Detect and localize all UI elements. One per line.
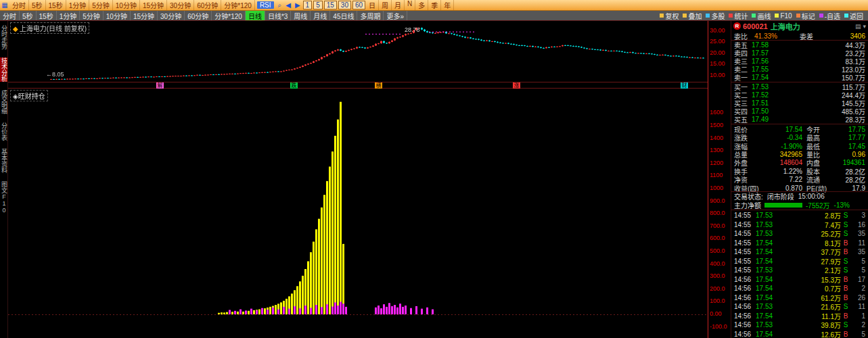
quote-header: R 600021 上海电力 ▤ ▾ (731, 21, 868, 31)
period-button-0[interactable]: 分时 (9, 0, 29, 10)
period-tab-15[interactable]: 多周期 (357, 11, 384, 20)
action-icon-2 (706, 14, 710, 18)
action-icon-7 (819, 14, 823, 18)
indicator-icon: ◈ (13, 93, 18, 100)
calendar-button-3[interactable]: N (405, 0, 415, 10)
rail-item-0[interactable]: 分时走势 (0, 25, 7, 49)
tick-price: 17.53 (756, 221, 780, 228)
rail-item-5[interactable]: 图文F10 (0, 181, 7, 214)
action-button-7[interactable]: -自选 (817, 11, 842, 20)
period-button-8[interactable]: 60分钟 (194, 0, 221, 10)
first-price-label: ←8.05 (46, 71, 64, 78)
period-tab-7[interactable]: 30分钟 (158, 11, 185, 20)
minute-button-1[interactable]: 1 (303, 1, 313, 9)
action-button-5[interactable]: F10 (773, 12, 794, 20)
action-label-1: 叠加 (688, 11, 702, 20)
action-button-3[interactable]: 统计 (727, 11, 750, 20)
period-button-6[interactable]: 15分钟 (140, 0, 167, 10)
main-axis-label-0: 30.00 (710, 28, 725, 34)
action-button-6[interactable]: 标记 (794, 11, 817, 20)
action-icon-1 (683, 14, 687, 18)
period-tab-5[interactable]: 10分钟 (104, 11, 131, 20)
minute-button-60[interactable]: 60 (352, 1, 365, 9)
panel-collapse-icon[interactable]: ▾ (863, 23, 866, 30)
next-icon[interactable]: ▶ (293, 1, 302, 9)
tick-count: 26 (850, 294, 865, 301)
calendar-button-0[interactable]: 日 (366, 0, 379, 10)
period-tab-9[interactable]: 分钟*120 (212, 11, 246, 20)
period-tab-2[interactable]: 15秒 (37, 11, 57, 20)
period-button-9[interactable]: 分钟*120 (221, 0, 255, 10)
period-button-2[interactable]: 15秒 (46, 0, 66, 10)
period-button-1[interactable]: 5秒 (29, 0, 46, 10)
calendar-button-4[interactable]: 多 (415, 0, 428, 10)
period-tab-12[interactable]: 周线 (291, 11, 311, 20)
action-button-8[interactable]: 返回 (842, 11, 865, 20)
minute-button-15[interactable]: 15 (324, 1, 337, 9)
zoom-icon[interactable]: ⌕ (276, 1, 284, 9)
tick-side: S (841, 221, 850, 228)
stat-row-0: 现价17.54今开17.75 (731, 124, 868, 132)
main-axis-label-4: 10.00 (710, 72, 725, 78)
indicator-axis-label-9: 700.0 (710, 223, 725, 229)
action-button-2[interactable]: 多股 (704, 11, 727, 20)
tick-time: 14:55 (734, 239, 756, 247)
period-tab-3[interactable]: 1分钟 (57, 11, 81, 20)
chart-marker-1[interactable]: 跌 (290, 82, 298, 89)
action-button-4[interactable]: 画线 (750, 11, 773, 20)
panel-grid-icon[interactable]: ▤ (855, 23, 861, 30)
minute-button-5[interactable]: 5 (313, 1, 323, 9)
chart-marker-2[interactable]: 横 (375, 82, 382, 89)
calendar-button-1[interactable]: 周 (379, 0, 392, 10)
calendar-button-6[interactable]: 年 (441, 0, 454, 10)
indicator-axis-label-4: 1200 (710, 160, 723, 166)
tick-list[interactable]: 14:5517.532.8万S314:5517.537.4万S1614:5517… (731, 210, 868, 338)
tick-time: 14:56 (734, 331, 756, 338)
period-tab-4[interactable]: 5分钟 (80, 11, 104, 20)
chart-marker-4[interactable]: 财 (681, 82, 688, 89)
indicator-title: 旺财持仓 (18, 93, 45, 100)
tick-time: 14:56 (734, 285, 756, 292)
rail-item-2[interactable]: 成交明细 (0, 90, 7, 114)
minute-number-buttons: 15153060 (302, 1, 367, 9)
rsi-button[interactable]: RSI (257, 1, 274, 9)
chart-marker-3[interactable]: 涨 (513, 82, 520, 89)
period-button-3[interactable]: 1分钟 (66, 0, 90, 10)
minute-button-30[interactable]: 30 (338, 1, 351, 9)
stat-row-5: 换手1.22%股本28.2亿 (731, 166, 868, 174)
indicator-bar-canvas[interactable] (8, 89, 708, 338)
weicha-value: 3406 (820, 32, 865, 40)
period-tab-0[interactable]: 分时 (0, 11, 20, 20)
period-button-5[interactable]: 10分钟 (113, 0, 140, 10)
period-button-4[interactable]: 5分钟 (89, 0, 113, 10)
rail-item-1[interactable]: 技术分析 (0, 57, 7, 82)
main-candlestick-canvas[interactable] (8, 21, 708, 82)
period-tab-14[interactable]: 45日线 (330, 11, 357, 20)
period-tab-13[interactable]: 月线 (311, 11, 330, 20)
stat-row-7: 收益(四)0.870PE(动)17.9 (731, 183, 868, 191)
period-tab-16[interactable]: 更多» (384, 11, 407, 20)
period-tab-8[interactable]: 60分钟 (185, 11, 212, 20)
action-icon-5 (775, 14, 779, 18)
calendar-button-2[interactable]: 月 (392, 0, 405, 10)
main-flow-row: 主力净额 -7552万 -13% (731, 201, 868, 210)
tick-price: 17.54 (756, 331, 780, 338)
calendar-button-5[interactable]: 季 (428, 0, 441, 10)
action-button-1[interactable]: 叠加 (681, 11, 704, 20)
period-button-7[interactable]: 30分钟 (167, 0, 194, 10)
period-tab-11[interactable]: 日线*3 (265, 11, 291, 20)
prev-icon[interactable]: ◀ (283, 1, 293, 9)
app-icon[interactable]: ▦ (0, 1, 9, 9)
period-tab-10[interactable]: 日线 (246, 11, 265, 20)
weibi-value: 41.33% (754, 32, 800, 40)
action-button-0[interactable]: 复权 (658, 11, 681, 20)
chart-marker-0[interactable]: 解 (156, 82, 164, 89)
tick-side: S (841, 258, 850, 265)
stock-name: 上海电力 (771, 21, 853, 32)
indicator-axis-label-11: 500.0 (710, 248, 725, 254)
rail-item-3[interactable]: 分价表 (0, 122, 7, 141)
period-tab-6[interactable]: 15分钟 (131, 11, 158, 20)
tick-price: 17.53 (756, 212, 780, 219)
rail-item-4[interactable]: 基本资料 (0, 149, 7, 173)
period-tab-1[interactable]: 5秒 (20, 11, 37, 20)
